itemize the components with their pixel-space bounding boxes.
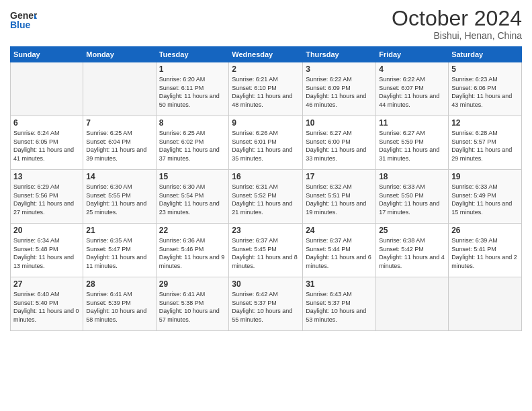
week-row-4: 27Sunrise: 6:40 AM Sunset: 5:40 PM Dayli…: [11, 277, 522, 331]
calendar-cell: 30Sunrise: 6:42 AM Sunset: 5:37 PM Dayli…: [229, 277, 303, 331]
calendar-cell: 12Sunrise: 6:28 AM Sunset: 5:57 PM Dayli…: [449, 116, 522, 170]
day-info: Sunrise: 6:27 AM Sunset: 6:00 PM Dayligh…: [306, 129, 373, 163]
calendar-cell: 17Sunrise: 6:32 AM Sunset: 5:51 PM Dayli…: [303, 170, 376, 224]
day-number: 21: [86, 226, 152, 235]
calendar-header: SundayMondayTuesdayWednesdayThursdayFrid…: [11, 47, 522, 62]
day-info: Sunrise: 6:31 AM Sunset: 5:52 PM Dayligh…: [232, 183, 300, 216]
day-info: Sunrise: 6:39 AM Sunset: 5:41 PM Dayligh…: [451, 236, 519, 270]
calendar-cell: [11, 62, 83, 116]
day-info: Sunrise: 6:42 AM Sunset: 5:37 PM Dayligh…: [232, 290, 300, 324]
day-info: Sunrise: 6:30 AM Sunset: 5:55 PM Dayligh…: [86, 183, 152, 216]
day-number: 30: [232, 279, 300, 289]
day-number: 19: [451, 172, 519, 181]
weekday-header-monday: Monday: [83, 47, 156, 62]
svg-text:Blue: Blue: [10, 19, 31, 30]
day-number: 25: [379, 226, 445, 235]
day-info: Sunrise: 6:22 AM Sunset: 6:09 PM Dayligh…: [306, 75, 373, 109]
header: General Blue October 2024 Bishui, Henan,…: [10, 7, 522, 41]
day-number: 17: [306, 172, 373, 181]
day-info: Sunrise: 6:33 AM Sunset: 5:49 PM Dayligh…: [451, 183, 519, 216]
day-number: 11: [379, 118, 445, 128]
calendar-cell: 15Sunrise: 6:30 AM Sunset: 5:54 PM Dayli…: [156, 170, 229, 224]
day-number: 12: [451, 118, 519, 128]
calendar-cell: 24Sunrise: 6:37 AM Sunset: 5:44 PM Dayli…: [303, 224, 376, 277]
weekday-header-saturday: Saturday: [449, 47, 522, 62]
day-number: 7: [86, 118, 152, 128]
day-info: Sunrise: 6:43 AM Sunset: 5:37 PM Dayligh…: [306, 290, 373, 324]
day-info: Sunrise: 6:27 AM Sunset: 5:59 PM Dayligh…: [379, 129, 445, 163]
calendar-cell: 29Sunrise: 6:41 AM Sunset: 5:38 PM Dayli…: [156, 277, 229, 331]
day-info: Sunrise: 6:41 AM Sunset: 5:38 PM Dayligh…: [159, 290, 226, 324]
weekday-header-friday: Friday: [376, 47, 449, 62]
day-info: Sunrise: 6:37 AM Sunset: 5:44 PM Dayligh…: [306, 236, 373, 270]
day-number: 10: [306, 118, 373, 128]
week-row-0: 1Sunrise: 6:20 AM Sunset: 6:11 PM Daylig…: [11, 62, 522, 116]
day-number: 27: [13, 279, 80, 289]
day-number: 31: [306, 279, 373, 289]
calendar-cell: 9Sunrise: 6:26 AM Sunset: 6:01 PM Daylig…: [229, 116, 303, 170]
weekday-header-tuesday: Tuesday: [156, 47, 229, 62]
day-info: Sunrise: 6:40 AM Sunset: 5:40 PM Dayligh…: [13, 290, 80, 324]
week-row-3: 20Sunrise: 6:34 AM Sunset: 5:48 PM Dayli…: [11, 224, 522, 277]
day-info: Sunrise: 6:24 AM Sunset: 6:05 PM Dayligh…: [13, 129, 80, 163]
day-number: 18: [379, 172, 445, 181]
day-info: Sunrise: 6:33 AM Sunset: 5:50 PM Dayligh…: [379, 183, 445, 216]
day-info: Sunrise: 6:35 AM Sunset: 5:47 PM Dayligh…: [86, 236, 152, 270]
day-number: 23: [232, 226, 300, 235]
day-info: Sunrise: 6:28 AM Sunset: 5:57 PM Dayligh…: [451, 129, 519, 163]
calendar-cell: [83, 62, 156, 116]
day-info: Sunrise: 6:29 AM Sunset: 5:56 PM Dayligh…: [13, 183, 80, 216]
calendar-cell: 11Sunrise: 6:27 AM Sunset: 5:59 PM Dayli…: [376, 116, 449, 170]
logo: General Blue: [10, 7, 37, 36]
day-number: 8: [159, 118, 226, 128]
day-info: Sunrise: 6:41 AM Sunset: 5:39 PM Dayligh…: [86, 290, 152, 324]
week-row-2: 13Sunrise: 6:29 AM Sunset: 5:56 PM Dayli…: [11, 170, 522, 224]
day-info: Sunrise: 6:32 AM Sunset: 5:51 PM Dayligh…: [306, 183, 373, 216]
calendar-cell: 31Sunrise: 6:43 AM Sunset: 5:37 PM Dayli…: [303, 277, 376, 331]
calendar-cell: [376, 277, 449, 331]
day-number: 14: [86, 172, 152, 181]
calendar-cell: 25Sunrise: 6:38 AM Sunset: 5:42 PM Dayli…: [376, 224, 449, 277]
calendar-cell: 19Sunrise: 6:33 AM Sunset: 5:49 PM Dayli…: [449, 170, 522, 224]
day-number: 20: [13, 226, 80, 235]
calendar-cell: 21Sunrise: 6:35 AM Sunset: 5:47 PM Dayli…: [83, 224, 156, 277]
calendar-cell: 13Sunrise: 6:29 AM Sunset: 5:56 PM Dayli…: [11, 170, 83, 224]
day-info: Sunrise: 6:36 AM Sunset: 5:46 PM Dayligh…: [159, 236, 226, 270]
day-number: 28: [86, 279, 152, 289]
calendar-cell: 7Sunrise: 6:25 AM Sunset: 6:04 PM Daylig…: [83, 116, 156, 170]
day-info: Sunrise: 6:23 AM Sunset: 6:06 PM Dayligh…: [451, 75, 519, 109]
calendar-cell: 20Sunrise: 6:34 AM Sunset: 5:48 PM Dayli…: [11, 224, 83, 277]
day-number: 6: [13, 118, 80, 128]
day-info: Sunrise: 6:22 AM Sunset: 6:07 PM Dayligh…: [379, 75, 445, 109]
calendar-table: SundayMondayTuesdayWednesdayThursdayFrid…: [10, 46, 522, 331]
calendar-cell: 28Sunrise: 6:41 AM Sunset: 5:39 PM Dayli…: [83, 277, 156, 331]
calendar-cell: 22Sunrise: 6:36 AM Sunset: 5:46 PM Dayli…: [156, 224, 229, 277]
day-number: 29: [159, 279, 226, 289]
day-number: 1: [159, 64, 226, 74]
calendar-cell: [449, 277, 522, 331]
day-info: Sunrise: 6:20 AM Sunset: 6:11 PM Dayligh…: [159, 75, 226, 109]
day-number: 16: [232, 172, 300, 181]
day-number: 5: [451, 64, 519, 74]
calendar-cell: 5Sunrise: 6:23 AM Sunset: 6:06 PM Daylig…: [449, 62, 522, 116]
location-subtitle: Bishui, Henan, China: [392, 30, 522, 41]
calendar-cell: 2Sunrise: 6:21 AM Sunset: 6:10 PM Daylig…: [229, 62, 303, 116]
calendar-cell: 16Sunrise: 6:31 AM Sunset: 5:52 PM Dayli…: [229, 170, 303, 224]
day-number: 26: [451, 226, 519, 235]
page: General Blue October 2024 Bishui, Henan,…: [0, 0, 532, 411]
day-info: Sunrise: 6:25 AM Sunset: 6:04 PM Dayligh…: [86, 129, 152, 163]
weekday-header-wednesday: Wednesday: [229, 47, 303, 62]
day-info: Sunrise: 6:30 AM Sunset: 5:54 PM Dayligh…: [159, 183, 226, 216]
calendar-cell: 23Sunrise: 6:37 AM Sunset: 5:45 PM Dayli…: [229, 224, 303, 277]
day-info: Sunrise: 6:37 AM Sunset: 5:45 PM Dayligh…: [232, 236, 300, 270]
calendar-cell: 26Sunrise: 6:39 AM Sunset: 5:41 PM Dayli…: [449, 224, 522, 277]
day-number: 15: [159, 172, 226, 181]
logo-icon: General Blue: [10, 7, 37, 36]
calendar-cell: 6Sunrise: 6:24 AM Sunset: 6:05 PM Daylig…: [11, 116, 83, 170]
day-info: Sunrise: 6:26 AM Sunset: 6:01 PM Dayligh…: [232, 129, 300, 163]
day-number: 9: [232, 118, 300, 128]
weekday-row: SundayMondayTuesdayWednesdayThursdayFrid…: [11, 47, 522, 62]
calendar-cell: 1Sunrise: 6:20 AM Sunset: 6:11 PM Daylig…: [156, 62, 229, 116]
calendar-cell: 8Sunrise: 6:25 AM Sunset: 6:02 PM Daylig…: [156, 116, 229, 170]
calendar-cell: 27Sunrise: 6:40 AM Sunset: 5:40 PM Dayli…: [11, 277, 83, 331]
